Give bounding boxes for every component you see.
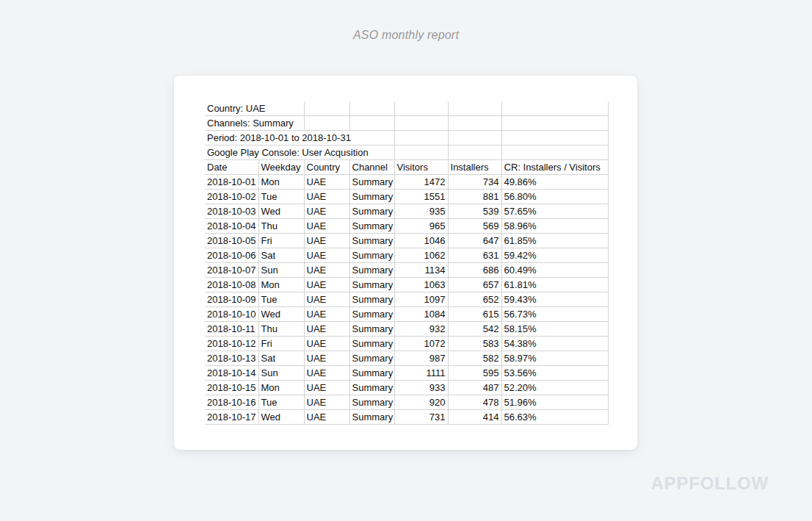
cell: Summary bbox=[349, 278, 394, 292]
cell: 58.96% bbox=[501, 219, 608, 234]
cell: 2018-10-03 bbox=[205, 204, 258, 219]
cell: 56.73% bbox=[501, 307, 608, 322]
cell: 987 bbox=[394, 351, 448, 366]
cell: Mon bbox=[258, 278, 304, 292]
cell: Wed bbox=[258, 307, 304, 322]
empty-cell bbox=[448, 101, 501, 116]
empty-cell bbox=[394, 145, 448, 160]
cell: 647 bbox=[448, 234, 501, 248]
cell: 2018-10-08 bbox=[205, 278, 258, 292]
cell: Tue bbox=[258, 292, 304, 307]
column-header: Date bbox=[205, 160, 258, 175]
cell: 1111 bbox=[394, 366, 448, 381]
meta-label: Country: UAE bbox=[205, 101, 304, 116]
cell: 478 bbox=[448, 395, 501, 410]
cell: Summary bbox=[349, 307, 394, 322]
cell: 2018-10-14 bbox=[205, 366, 258, 381]
table-row: 2018-10-14SunUAESummary111159553.56% bbox=[205, 366, 608, 381]
cell: UAE bbox=[304, 204, 349, 219]
cell: 61.85% bbox=[501, 234, 608, 248]
column-header: Channel bbox=[349, 160, 394, 175]
cell: 2018-10-07 bbox=[205, 263, 258, 278]
cell: 734 bbox=[448, 175, 501, 190]
cell: UAE bbox=[304, 175, 349, 190]
cell: 631 bbox=[448, 248, 501, 263]
cell: 569 bbox=[448, 219, 501, 234]
cell: Thu bbox=[258, 322, 304, 337]
cell: 686 bbox=[448, 263, 501, 278]
cell: UAE bbox=[304, 410, 349, 425]
cell: 414 bbox=[448, 410, 501, 425]
cell: 1097 bbox=[394, 292, 448, 307]
cell: Summary bbox=[349, 190, 394, 204]
cell: 2018-10-09 bbox=[205, 292, 258, 307]
meta-label: Google Play Console: User Acqusition bbox=[205, 145, 394, 160]
cell: Fri bbox=[258, 337, 304, 351]
table-row: 2018-10-06SatUAESummary106263159.42% bbox=[205, 248, 608, 263]
cell: Tue bbox=[258, 190, 304, 204]
cell: UAE bbox=[304, 395, 349, 410]
cell: 2018-10-06 bbox=[205, 248, 258, 263]
cell: 965 bbox=[394, 219, 448, 234]
cell: UAE bbox=[304, 248, 349, 263]
table-row: 2018-10-17WedUAESummary73141456.63% bbox=[205, 410, 608, 425]
cell: 2018-10-17 bbox=[205, 410, 258, 425]
cell: Sun bbox=[258, 366, 304, 381]
empty-cell bbox=[349, 116, 394, 131]
cell: 920 bbox=[394, 395, 448, 410]
cell: UAE bbox=[304, 234, 349, 248]
empty-cell bbox=[394, 116, 448, 131]
cell: 58.15% bbox=[501, 322, 608, 337]
column-header: Country bbox=[304, 160, 349, 175]
cell: 53.56% bbox=[501, 366, 608, 381]
table-row: 2018-10-15MonUAESummary93348752.20% bbox=[205, 381, 608, 395]
cell: Sat bbox=[258, 351, 304, 366]
cell: 881 bbox=[448, 190, 501, 204]
cell: 933 bbox=[394, 381, 448, 395]
cell: Summary bbox=[349, 410, 394, 425]
cell: UAE bbox=[304, 322, 349, 337]
cell: Summary bbox=[349, 204, 394, 219]
cell: 2018-10-12 bbox=[205, 337, 258, 351]
cell: 539 bbox=[448, 204, 501, 219]
cell: 2018-10-15 bbox=[205, 381, 258, 395]
cell: 1551 bbox=[394, 190, 448, 204]
cell: 2018-10-02 bbox=[205, 190, 258, 204]
cell: 1062 bbox=[394, 248, 448, 263]
meta-label: Period: 2018-10-01 to 2018-10-31 bbox=[205, 131, 394, 145]
header-row: DateWeekdayCountryChannelVisitorsInstall… bbox=[205, 160, 608, 175]
report-table: Country: UAEChannels: SummaryPeriod: 201… bbox=[205, 101, 609, 425]
report-table-body: Country: UAEChannels: SummaryPeriod: 201… bbox=[205, 101, 608, 425]
cell: 487 bbox=[448, 381, 501, 395]
cell: Tue bbox=[258, 395, 304, 410]
table-row: 2018-10-05FriUAESummary104664761.85% bbox=[205, 234, 608, 248]
column-header: CR: Installers / Visitors bbox=[501, 160, 608, 175]
empty-cell bbox=[304, 116, 349, 131]
cell: UAE bbox=[304, 307, 349, 322]
cell: UAE bbox=[304, 351, 349, 366]
cell: 57.65% bbox=[501, 204, 608, 219]
empty-cell bbox=[304, 101, 349, 116]
table-row: 2018-10-09TueUAESummary109765259.43% bbox=[205, 292, 608, 307]
cell: UAE bbox=[304, 337, 349, 351]
page-title: ASO monthly report bbox=[0, 29, 812, 42]
cell: UAE bbox=[304, 292, 349, 307]
cell: Thu bbox=[258, 219, 304, 234]
empty-cell bbox=[501, 131, 608, 145]
cell: 51.96% bbox=[501, 395, 608, 410]
cell: 2018-10-01 bbox=[205, 175, 258, 190]
cell: 582 bbox=[448, 351, 501, 366]
empty-cell bbox=[448, 131, 501, 145]
appfollow-watermark: APPFOLLOW bbox=[650, 473, 769, 494]
meta-row-4: Google Play Console: User Acqusition bbox=[205, 145, 608, 160]
table-row: 2018-10-16TueUAESummary92047851.96% bbox=[205, 395, 608, 410]
cell: 52.20% bbox=[501, 381, 608, 395]
cell: Summary bbox=[349, 248, 394, 263]
cell: UAE bbox=[304, 263, 349, 278]
table-row: 2018-10-01MonUAESummary147273449.86% bbox=[205, 175, 608, 190]
meta-row-3: Period: 2018-10-01 to 2018-10-31 bbox=[205, 131, 608, 145]
cell: 2018-10-04 bbox=[205, 219, 258, 234]
cell: UAE bbox=[304, 366, 349, 381]
cell: Wed bbox=[258, 410, 304, 425]
cell: Summary bbox=[349, 263, 394, 278]
